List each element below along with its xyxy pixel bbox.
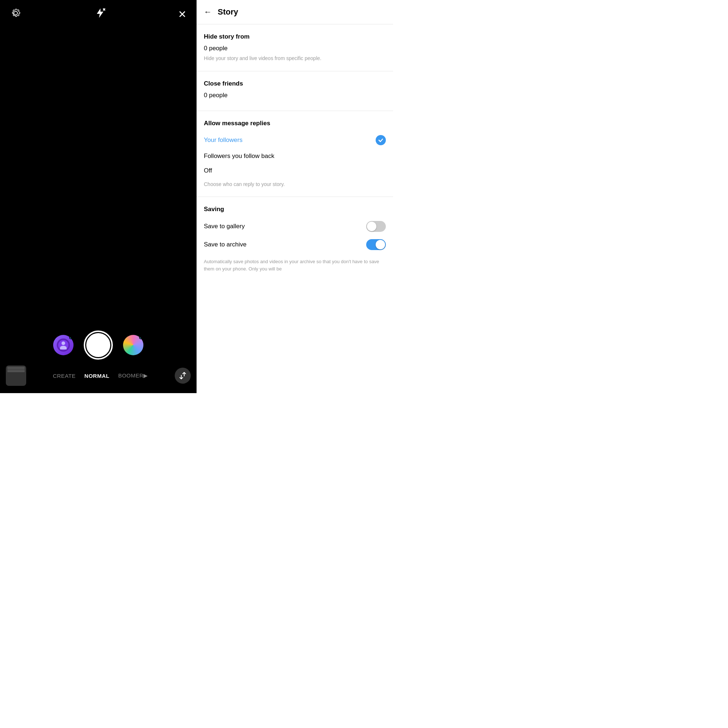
archive-description: Automatically save photos and videos in …	[204, 258, 386, 272]
save-gallery-row: Save to gallery	[204, 217, 386, 236]
save-archive-toggle[interactable]	[366, 239, 386, 250]
camera-mode-labels: CREATE NORMAL BOOMER▶	[53, 372, 148, 379]
avatar-icon	[57, 338, 70, 352]
create-mode-label[interactable]: CREATE	[53, 373, 76, 379]
boomerang-mode-label[interactable]: BOOMER▶	[118, 372, 148, 379]
allow-replies-title: Allow message replies	[204, 120, 386, 127]
galaxy-bubble-dot	[139, 336, 143, 339]
gallery-line	[7, 370, 25, 370]
close-icon[interactable]: ✕	[178, 8, 187, 20]
saving-title: Saving	[204, 206, 386, 213]
gallery-thumbnail[interactable]	[6, 366, 26, 386]
flip-camera-button[interactable]	[175, 368, 191, 384]
saving-section: Saving Save to gallery Save to archive A…	[197, 197, 393, 281]
galaxy-bubble[interactable]	[123, 335, 144, 355]
gallery-thumb-lines	[6, 366, 26, 386]
story-page-title: Story	[218, 7, 238, 17]
reply-off-label: Off	[204, 167, 212, 174]
close-friends-value: 0 people	[204, 92, 386, 99]
close-friends-section[interactable]: Close friends 0 people	[197, 71, 393, 111]
close-friends-title: Close friends	[204, 80, 386, 87]
camera-bottom: CREATE NORMAL BOOMER▶	[0, 330, 197, 393]
hide-story-value: 0 people	[204, 45, 386, 52]
story-header: ← Story	[197, 0, 393, 24]
allow-replies-section: Allow message replies Your followers Fol…	[197, 111, 393, 197]
person-icon	[58, 340, 69, 350]
save-archive-label: Save to archive	[204, 241, 246, 248]
back-button[interactable]: ←	[204, 7, 212, 17]
hide-story-description: Hide your story and live videos from spe…	[204, 55, 386, 62]
normal-mode-label[interactable]: NORMAL	[84, 373, 110, 379]
gallery-line	[7, 367, 25, 368]
gallery-line	[7, 371, 25, 372]
shutter-button[interactable]	[84, 330, 113, 359]
save-gallery-knob	[367, 222, 376, 231]
flash-icon[interactable]	[94, 7, 106, 21]
gallery-line	[7, 369, 25, 369]
camera-panel: ✕	[0, 0, 197, 393]
reply-option-follow-back[interactable]: Followers you follow back	[204, 149, 386, 164]
reply-option-off[interactable]: Off	[204, 164, 386, 178]
story-settings-panel: ← Story Hide story from 0 people Hide yo…	[197, 0, 393, 393]
save-gallery-toggle[interactable]	[366, 221, 386, 232]
reply-followers-label: Your followers	[204, 136, 242, 144]
hide-story-title: Hide story from	[204, 33, 386, 40]
check-circle-icon	[376, 135, 386, 145]
reply-option-followers[interactable]: Your followers	[204, 132, 386, 149]
settings-icon[interactable]	[10, 8, 21, 21]
camera-top-bar: ✕	[0, 0, 197, 28]
story-bubble-avatar[interactable]	[53, 335, 73, 355]
camera-controls	[53, 330, 144, 359]
camera-bottom-bar: CREATE NORMAL BOOMER▶	[0, 366, 197, 386]
shutter-inner	[86, 333, 110, 357]
reply-follow-back-label: Followers you follow back	[204, 153, 274, 160]
bubble-dot	[69, 336, 73, 339]
save-gallery-label: Save to gallery	[204, 223, 245, 230]
allow-replies-description: Choose who can reply to your story.	[204, 181, 386, 188]
hide-story-section[interactable]: Hide story from 0 people Hide your story…	[197, 24, 393, 71]
save-archive-row: Save to archive	[204, 236, 386, 254]
save-archive-knob	[376, 240, 385, 249]
